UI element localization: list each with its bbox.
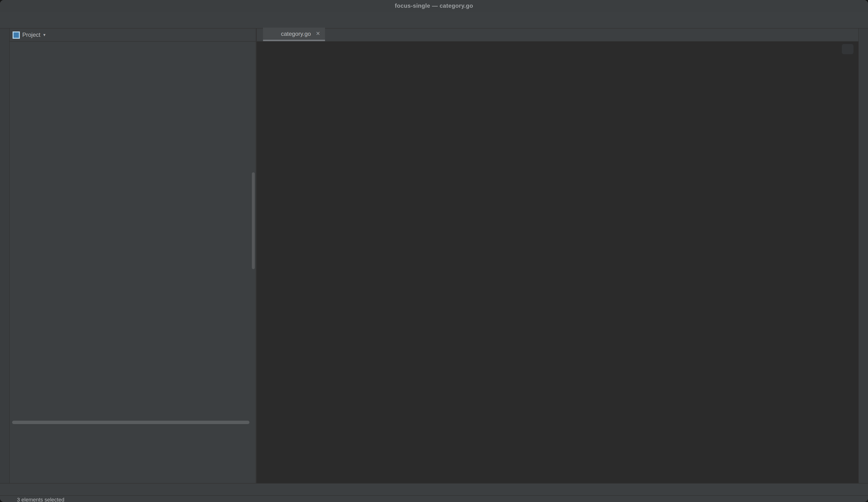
right-tool-stripe (858, 29, 868, 483)
chevron-down-icon: ▾ (43, 32, 45, 37)
editor-panel: category.go ✕ (257, 29, 858, 483)
project-view-icon (13, 31, 20, 39)
project-tree (10, 42, 256, 483)
editor-tab-strip: category.go ✕ (257, 29, 858, 42)
project-panel-header: Project ▾ (10, 29, 256, 42)
status-bar: 3 elements selected (0, 495, 868, 502)
editor-tab-category-go[interactable]: category.go ✕ (263, 28, 325, 41)
project-view-selector[interactable]: Project ▾ (13, 31, 45, 39)
main-toolbar (0, 12, 868, 29)
project-panel: Project ▾ (10, 29, 257, 483)
status-message: 3 elements selected (17, 497, 64, 502)
tree-horizontal-scrollbar[interactable] (12, 421, 249, 424)
zoom-window-button[interactable] (25, 4, 30, 9)
editor-tab-label: category.go (281, 30, 311, 37)
project-panel-title: Project (22, 31, 40, 38)
left-tool-stripe (0, 29, 10, 483)
minimize-window-button[interactable] (16, 4, 21, 9)
bottom-tool-window-bar (0, 483, 868, 495)
code-editor[interactable] (257, 42, 858, 483)
window-title: focus-single — category.go (0, 2, 868, 9)
ide-window: focus-single — category.go Project ▾ (0, 0, 868, 502)
close-window-button[interactable] (6, 4, 12, 9)
title-bar: focus-single — category.go (0, 0, 868, 12)
close-tab-icon[interactable]: ✕ (316, 31, 320, 37)
tree-vertical-scrollbar[interactable] (252, 172, 255, 269)
inspections-status-widget[interactable] (842, 44, 854, 54)
window-controls (6, 4, 30, 9)
tool-window-switcher-icon[interactable] (5, 495, 13, 502)
